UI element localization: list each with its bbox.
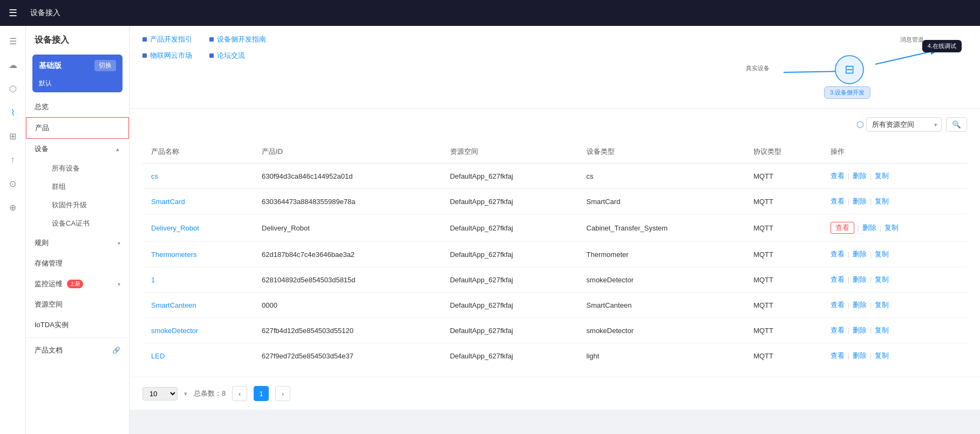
sidebar-item-rules[interactable]: 规则 ▾ bbox=[26, 233, 129, 253]
table-row: smokeDetector627fb4d12d5e854503d55120Def… bbox=[142, 318, 967, 343]
product-name-link[interactable]: cs bbox=[151, 172, 158, 180]
product-name-link[interactable]: SmartCanteen bbox=[151, 301, 196, 309]
copy-button[interactable]: 复制 bbox=[875, 275, 889, 283]
cell-product-name: Thermometers bbox=[142, 242, 253, 267]
delete-button[interactable]: 删除 bbox=[853, 275, 867, 283]
col-actions: 操作 bbox=[822, 140, 967, 164]
page-1-button[interactable]: 1 bbox=[254, 386, 269, 401]
product-name-link[interactable]: LED bbox=[151, 352, 165, 360]
banner-links: 产品开发指引 设备侧开发指南 物联网云市场 论坛交流 bbox=[142, 35, 727, 99]
action-divider-2: | bbox=[870, 301, 872, 309]
cell-device-type: Thermometer bbox=[578, 242, 745, 267]
copy-button[interactable]: 复制 bbox=[875, 351, 889, 360]
chevron-down-page: ▾ bbox=[184, 390, 187, 397]
switch-version-button[interactable]: 切换 bbox=[94, 60, 116, 71]
delete-button[interactable]: 删除 bbox=[853, 301, 867, 309]
banner-link-forum[interactable]: 论坛交流 bbox=[209, 51, 245, 60]
cell-protocol: MQTT bbox=[745, 293, 821, 318]
sidebar-item-resource[interactable]: 资源空间 bbox=[26, 294, 129, 315]
product-name-link[interactable]: 1 bbox=[151, 276, 155, 284]
step4-label: 4.在线调试 bbox=[922, 40, 962, 52]
copy-button[interactable]: 复制 bbox=[875, 197, 889, 205]
sidebar-item-monitor[interactable]: 监控运维 上新 ▾ bbox=[26, 274, 129, 294]
search-button[interactable]: 🔍 bbox=[946, 117, 967, 132]
cell-protocol: MQTT bbox=[745, 242, 821, 267]
delete-button[interactable]: 删除 bbox=[853, 172, 867, 180]
copy-button[interactable]: 复制 bbox=[875, 326, 889, 334]
banner-link-row-2: 物联网云市场 论坛交流 bbox=[142, 51, 727, 60]
product-name-link[interactable]: Delivery_Robot bbox=[151, 224, 199, 232]
page-size-select[interactable]: 10 20 50 bbox=[142, 387, 178, 401]
action-divider-1: | bbox=[848, 172, 849, 180]
space-select[interactable]: 所有资源空间 bbox=[866, 117, 942, 132]
view-button[interactable]: 查看 bbox=[831, 301, 845, 309]
product-name-link[interactable]: SmartCard bbox=[151, 198, 185, 206]
delete-button[interactable]: 删除 bbox=[853, 250, 867, 258]
chevron-down-icon-monitor: ▾ bbox=[118, 281, 120, 287]
table-toolbar: ⬡ 所有资源空间 🔍 bbox=[142, 117, 967, 132]
prev-page-button[interactable]: ‹ bbox=[232, 386, 247, 401]
sidebar-item-overview[interactable]: 总览 bbox=[26, 97, 129, 117]
topbar-menu-icon[interactable]: ☰ bbox=[0, 0, 26, 26]
sidebar-item-device[interactable]: 设备 ▲ bbox=[26, 139, 129, 159]
cell-resource-space: DefaultApp_627fkfaj bbox=[441, 318, 578, 343]
rail-item-upload[interactable]: ↑ bbox=[2, 149, 24, 171]
icon-rail: ☰ ☁ ⬡ ⌇ ⊞ ↑ ⊙ ⊕ bbox=[0, 26, 26, 434]
rail-item-chart[interactable]: ⌇ bbox=[2, 101, 24, 123]
sidebar-item-doc[interactable]: 产品文档 🔗 bbox=[26, 340, 129, 361]
rail-item-cloud[interactable]: ☁ bbox=[2, 54, 24, 76]
delete-button[interactable]: 删除 bbox=[853, 351, 867, 360]
sidebar-subitem-groups[interactable]: 群组 bbox=[43, 178, 129, 196]
sidebar-item-storage[interactable]: 存储管理 bbox=[26, 253, 129, 274]
cell-resource-space: DefaultApp_627fkfaj bbox=[441, 267, 578, 293]
view-button[interactable]: 查看 bbox=[831, 275, 845, 283]
copy-button[interactable]: 复制 bbox=[875, 301, 889, 309]
table-row: 1628104892d5e854503d5815dDefaultApp_627f… bbox=[142, 267, 967, 293]
cell-protocol: MQTT bbox=[745, 318, 821, 343]
sidebar-subitem-all-devices[interactable]: 所有设备 bbox=[43, 159, 129, 178]
copy-button[interactable]: 复制 bbox=[875, 250, 889, 258]
rail-item-globe[interactable]: ⊕ bbox=[2, 196, 24, 218]
rail-item-nodes[interactable]: ⬡ bbox=[2, 78, 24, 99]
default-label: 默认 bbox=[39, 79, 52, 87]
cell-product-id: 627f9ed72d5e854503d54e37 bbox=[253, 343, 441, 369]
sidebar-subitem-firmware[interactable]: 软固件升级 bbox=[43, 196, 129, 214]
view-button[interactable]: 查看 bbox=[831, 172, 845, 180]
product-name-link[interactable]: smokeDetector bbox=[151, 327, 198, 335]
table-row: SmartCard630364473a8848355989e78aDefault… bbox=[142, 189, 967, 214]
rail-item-menu[interactable]: ☰ bbox=[2, 30, 24, 52]
delete-button[interactable]: 删除 bbox=[853, 197, 867, 205]
cell-device-type: smokeDetector bbox=[578, 267, 745, 293]
cell-product-id: 62d187b84c7c4e3646bae3a2 bbox=[253, 242, 441, 267]
topbar: ☰ 设备接入 bbox=[0, 0, 980, 26]
cell-product-name: SmartCanteen bbox=[142, 293, 253, 318]
view-button[interactable]: 查看 bbox=[831, 351, 845, 360]
cell-actions: 查看|删除|复制 bbox=[822, 242, 967, 267]
banner-link-dev-guide[interactable]: 产品开发指引 bbox=[142, 35, 192, 44]
view-button[interactable]: 查看 bbox=[831, 250, 845, 258]
rail-item-layers[interactable]: ⊞ bbox=[2, 125, 24, 147]
banner-link-device-guide[interactable]: 设备侧开发指南 bbox=[209, 35, 266, 44]
copy-button[interactable]: 复制 bbox=[884, 223, 899, 232]
space-cube-icon: ⬡ bbox=[856, 119, 864, 130]
view-button[interactable]: 查看 bbox=[831, 197, 845, 205]
banner-link-iot-market[interactable]: 物联网云市场 bbox=[142, 51, 192, 60]
next-page-button[interactable]: › bbox=[275, 386, 290, 401]
view-button[interactable]: 查看 bbox=[831, 326, 845, 334]
rail-item-person[interactable]: ⊙ bbox=[2, 173, 24, 194]
view-button-boxed[interactable]: 查看 bbox=[831, 222, 854, 234]
product-name-link[interactable]: Thermometers bbox=[151, 250, 197, 259]
new-badge: 上新 bbox=[67, 280, 83, 288]
cell-product-name: LED bbox=[142, 343, 253, 369]
delete-button[interactable]: 删除 bbox=[862, 223, 876, 232]
cell-device-type: SmartCanteen bbox=[578, 293, 745, 318]
copy-button[interactable]: 复制 bbox=[875, 172, 889, 180]
sidebar-subitem-ca-cert[interactable]: 设备CA证书 bbox=[43, 214, 129, 233]
table-row: SmartCanteen0000DefaultApp_627fkfajSmart… bbox=[142, 293, 967, 318]
sidebar-item-iotda[interactable]: IoTDA实例 bbox=[26, 315, 129, 335]
cell-protocol: MQTT bbox=[745, 189, 821, 214]
delete-button[interactable]: 删除 bbox=[853, 326, 867, 334]
table-row: cs630f94d3ca846c144952a01dDefaultApp_627… bbox=[142, 164, 967, 189]
sidebar-item-product[interactable]: 产品 bbox=[26, 117, 129, 139]
action-divider-2: | bbox=[870, 172, 872, 180]
